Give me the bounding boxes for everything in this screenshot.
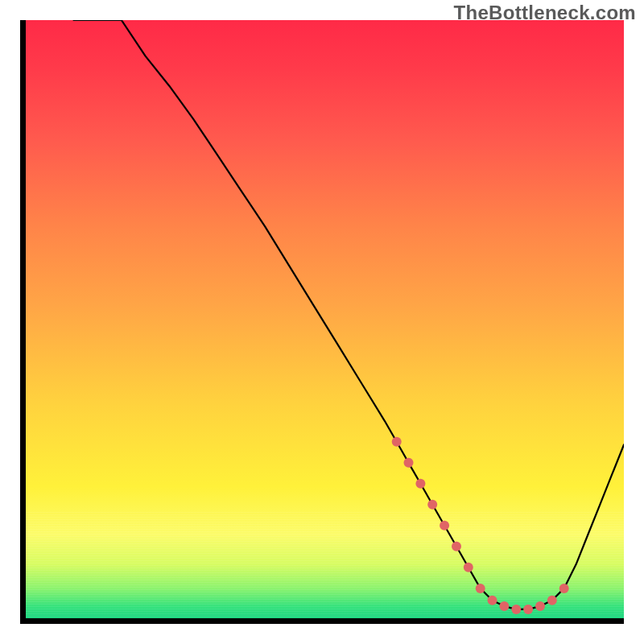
curve-marker — [511, 605, 521, 614]
curve-marker — [523, 605, 533, 614]
bottleneck-curve — [73, 20, 624, 609]
curve-marker — [476, 584, 485, 593]
curve-marker — [499, 601, 509, 611]
curve-marker — [440, 521, 449, 530]
curve-marker — [488, 596, 497, 605]
watermark-text: TheBottleneck.com — [454, 2, 636, 24]
curve-marker — [535, 601, 545, 611]
curve-marker — [547, 596, 557, 605]
curve-marker — [415, 479, 425, 489]
curve-group — [73, 20, 624, 609]
curve-marker — [392, 437, 402, 447]
marker-group — [392, 437, 569, 614]
chart-svg-layer — [26, 20, 624, 618]
chart-plot-area — [20, 20, 624, 624]
curve-marker — [559, 584, 569, 593]
curve-marker — [427, 500, 437, 510]
curve-marker — [452, 542, 461, 551]
curve-marker — [404, 458, 414, 468]
curve-marker — [464, 563, 473, 572]
